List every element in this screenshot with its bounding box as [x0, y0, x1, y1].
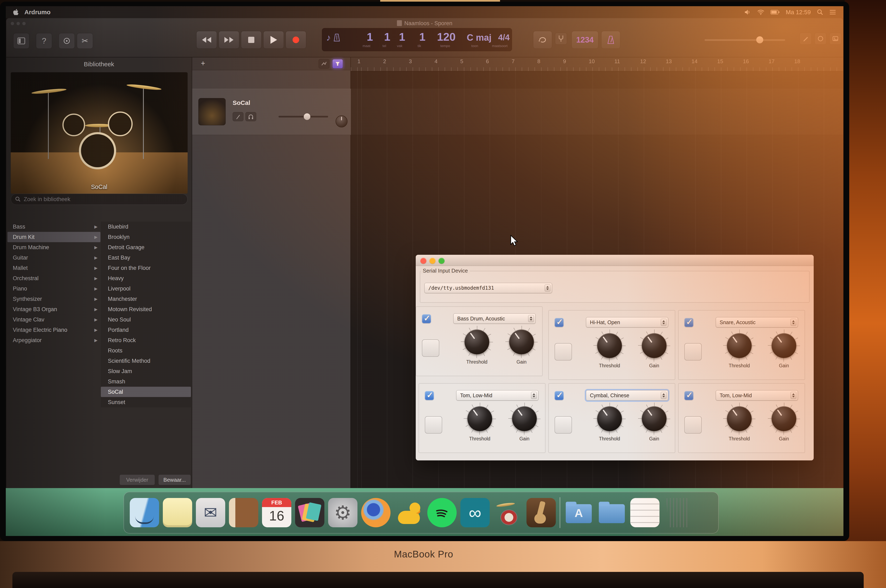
track-monitor-icon[interactable] [245, 112, 256, 121]
dock-icon-folder-documents[interactable] [597, 498, 626, 527]
metronome-button[interactable] [601, 31, 620, 49]
library-toggle-button[interactable] [13, 33, 29, 49]
category-row[interactable]: Bass▶ [8, 222, 101, 232]
dock-icon-arduino[interactable]: ∞ [460, 498, 490, 527]
pad-sound-dropdown[interactable]: Tom, Low-Mid [716, 390, 798, 400]
kit-row[interactable]: Retro Rock [101, 335, 191, 345]
spotlight-icon[interactable] [817, 9, 823, 15]
category-row[interactable]: Piano▶ [8, 284, 101, 294]
dock-icon-finder[interactable] [130, 498, 159, 527]
kit-row[interactable]: East Bay [101, 252, 191, 263]
play-button[interactable] [263, 31, 284, 49]
close-window-icon[interactable] [11, 22, 14, 25]
record-button[interactable] [286, 31, 306, 49]
kit-row[interactable]: Heavy [101, 273, 191, 284]
kit-row[interactable]: Sunset [101, 397, 191, 407]
search-input[interactable] [24, 196, 183, 202]
kit-row[interactable]: Manchester [101, 294, 191, 304]
kit-row[interactable]: Bluebird [101, 222, 191, 232]
track-row-socal[interactable]: SoCal [192, 89, 351, 135]
count-in-button[interactable]: 1234 [572, 31, 599, 49]
battery-icon[interactable] [770, 10, 779, 15]
dock-icon-documents-stack[interactable] [630, 498, 660, 527]
pad-trigger-indicator[interactable] [555, 416, 572, 434]
category-row[interactable]: Mallet▶ [8, 263, 101, 273]
minimize-button[interactable] [429, 258, 436, 264]
category-row[interactable]: Drum Kit▶ [8, 232, 101, 242]
kit-row[interactable]: Roots [101, 345, 191, 356]
dock-icon-stickies[interactable] [163, 498, 192, 527]
master-volume-knob[interactable] [756, 36, 763, 44]
lcd-display[interactable]: ♪ 1 1 1 1 maat tel vak tik 120 tempo C m [322, 28, 512, 51]
add-track-button[interactable]: + [201, 59, 205, 68]
wifi-icon[interactable] [757, 9, 764, 15]
ardrumo-titlebar[interactable] [416, 255, 814, 266]
dock-icon-contacts[interactable] [229, 498, 258, 527]
dock-icon-system-preferences[interactable]: ⚙ [328, 498, 358, 527]
pad-sound-dropdown[interactable]: Snare, Acoustic [716, 317, 798, 327]
track-volume-knob[interactable] [304, 113, 310, 120]
note-pad-icon[interactable] [800, 33, 812, 45]
lcd-mode-icons[interactable]: ♪ [326, 32, 340, 43]
pad-enabled-checkbox[interactable] [555, 318, 564, 327]
kit-row[interactable]: Liverpool [101, 284, 191, 294]
cycle-button[interactable] [533, 31, 552, 49]
gain-knob[interactable] [512, 406, 537, 431]
dock-icon-cyberduck[interactable] [394, 498, 424, 527]
pad-sound-dropdown[interactable]: Bass Drum, Acoustic [453, 314, 536, 324]
tuner-icon[interactable] [555, 33, 567, 45]
category-row[interactable]: Guitar▶ [8, 252, 101, 263]
lcd-time-signature[interactable]: 4/4 [498, 33, 510, 42]
track-name[interactable]: SoCal [233, 99, 250, 106]
kit-row[interactable]: Motown Revisited [101, 304, 191, 315]
kit-row[interactable]: Portland [101, 325, 191, 335]
dock-icon-garageband[interactable] [526, 498, 556, 527]
kit-row[interactable]: Detroit Garage [101, 242, 191, 252]
category-row[interactable]: Drum Machine▶ [8, 242, 101, 252]
pad-enabled-checkbox[interactable] [555, 391, 564, 400]
stop-button[interactable] [241, 31, 262, 49]
track-pan-knob[interactable] [335, 116, 347, 128]
pad-trigger-indicator[interactable] [555, 343, 572, 360]
gain-knob[interactable] [509, 330, 534, 354]
smart-controls-button[interactable] [59, 33, 75, 49]
threshold-knob[interactable] [727, 406, 752, 431]
pad-trigger-indicator[interactable] [425, 416, 442, 434]
gain-knob[interactable] [772, 406, 796, 431]
pad-enabled-checkbox[interactable] [684, 391, 693, 400]
quick-help-button[interactable]: ? [36, 33, 52, 49]
minimize-window-icon[interactable] [17, 22, 20, 25]
track-volume-slider[interactable] [278, 116, 328, 117]
pad-enabled-checkbox[interactable] [425, 391, 434, 400]
pad-enabled-checkbox[interactable] [684, 318, 693, 327]
media-browser-icon[interactable] [829, 33, 841, 45]
pad-enabled-checkbox[interactable] [422, 314, 431, 323]
dock-icon-spotify[interactable] [427, 498, 457, 527]
pad-trigger-indicator[interactable] [422, 339, 439, 357]
threshold-knob[interactable] [597, 333, 622, 358]
kit-row[interactable]: Scientific Method [101, 356, 191, 366]
category-row[interactable]: Synthesizer▶ [8, 294, 101, 304]
save-button[interactable]: Bewaar... [158, 474, 191, 485]
pad-trigger-indicator[interactable] [684, 343, 702, 360]
dock-icon-calendar[interactable]: FEB 16 [262, 498, 291, 527]
dock-icon-firefox[interactable] [361, 498, 391, 527]
forward-button[interactable] [219, 31, 239, 49]
category-row[interactable]: Vintage Electric Piano▶ [8, 325, 101, 335]
dock-icon-drum-kit[interactable] [493, 498, 523, 527]
loop-browser-icon[interactable] [814, 33, 826, 45]
master-volume-slider[interactable] [705, 39, 785, 41]
editors-button[interactable]: ✂ [77, 33, 93, 49]
category-row[interactable]: Vintage Clav▶ [8, 315, 101, 325]
menu-clock[interactable]: Ma 12:59 [786, 9, 811, 16]
category-row[interactable]: Orchestral▶ [8, 273, 101, 284]
pad-sound-dropdown[interactable]: Cymbal, Chinese [586, 390, 668, 400]
catch-playhead-icon[interactable] [332, 59, 343, 69]
kit-row[interactable]: Neo Soul [101, 315, 191, 325]
threshold-knob[interactable] [597, 406, 622, 431]
dock-icon-folder-applications[interactable]: A [564, 498, 593, 527]
menu-app-name[interactable]: Ardrumo [24, 9, 51, 16]
kit-row[interactable]: Brooklyn [101, 232, 191, 242]
kit-row[interactable]: Smash [101, 376, 191, 387]
gain-knob[interactable] [642, 333, 666, 358]
